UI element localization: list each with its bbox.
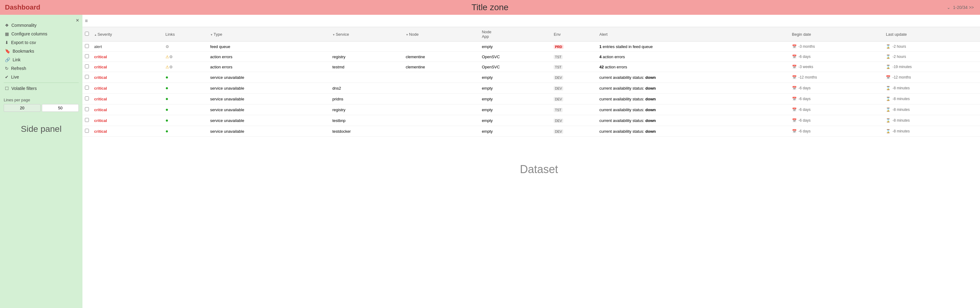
sidebar-item-configure-columns[interactable]: ▦ Configure columns bbox=[4, 30, 79, 38]
severity-sort[interactable]: Severity bbox=[94, 32, 112, 37]
node-filter[interactable]: Node bbox=[406, 32, 418, 37]
sidebar-item-live[interactable]: ✔ Live bbox=[4, 73, 79, 81]
service-filter[interactable]: Service bbox=[332, 32, 349, 37]
alert-cell: current availability status: down bbox=[597, 126, 789, 137]
sidebar-label-refresh: Refresh bbox=[11, 66, 26, 71]
green-dot-icon: ● bbox=[165, 118, 169, 123]
hourglass-icon: ⌛ bbox=[886, 118, 891, 123]
alert-cell: current availability status: down bbox=[597, 72, 789, 83]
type-cell: service unavailable bbox=[208, 126, 330, 137]
severity-cell[interactable]: critical bbox=[94, 118, 107, 123]
refresh-icon: ↻ bbox=[5, 66, 9, 71]
severity-cell[interactable]: critical bbox=[94, 97, 107, 101]
lines-20-button[interactable]: 20 bbox=[4, 104, 41, 112]
begin-date-cell: 📅 -6 days bbox=[790, 52, 884, 62]
sidebar-item-link[interactable]: 🔗 Link bbox=[4, 56, 79, 64]
type-filter[interactable]: Type bbox=[210, 32, 222, 37]
row-checkbox[interactable] bbox=[85, 96, 89, 101]
row-checkbox[interactable] bbox=[85, 129, 89, 133]
table-row: critical●service unavailabletestdockerem… bbox=[83, 126, 980, 137]
table-row: critical●service unavailabletestbnpempty… bbox=[83, 115, 980, 126]
sidebar-item-refresh[interactable]: ↻ Refresh bbox=[4, 64, 79, 73]
last-update-cell: ⌛ -8 minutes bbox=[883, 115, 980, 126]
col-service[interactable]: Service bbox=[330, 27, 403, 41]
header-pagination: ⌄ 1-20/34 >> bbox=[947, 5, 974, 10]
env-badge: DEV bbox=[554, 75, 563, 80]
links-cell: ⚠⚙ bbox=[163, 62, 208, 72]
row-checkbox[interactable] bbox=[85, 64, 89, 69]
green-dot-icon: ● bbox=[165, 75, 169, 80]
calendar-icon: 📅 bbox=[792, 97, 797, 101]
gear-icon[interactable]: ⚙ bbox=[169, 54, 173, 59]
sidebar-item-volatile-filters[interactable]: ☐ Volatile filters bbox=[4, 84, 79, 93]
sidebar-label-configure-columns: Configure columns bbox=[11, 32, 48, 36]
node-cell bbox=[403, 41, 479, 52]
row-checkbox[interactable] bbox=[85, 75, 89, 79]
sidebar-item-commonality[interactable]: ❖ Commonality bbox=[4, 21, 79, 30]
env-badge: TST bbox=[554, 108, 563, 112]
last-update-cell: ⌛ -2 hours bbox=[883, 41, 980, 52]
col-type[interactable]: Type bbox=[208, 27, 330, 41]
table-row: alert⚙feed queueemptyPRD1 entries stalle… bbox=[83, 41, 980, 52]
warning-icon[interactable]: ⚠ bbox=[165, 65, 169, 69]
env-badge: DEV bbox=[554, 86, 563, 91]
links-cell: ● bbox=[163, 83, 208, 94]
col-env: Env bbox=[551, 27, 597, 41]
hourglass-icon: ⌛ bbox=[886, 129, 891, 133]
diamond-icon: ❖ bbox=[5, 23, 9, 28]
severity-cell[interactable]: critical bbox=[94, 54, 107, 59]
sidebar-label-export-csv: Export to csv bbox=[11, 40, 36, 45]
severity-cell[interactable]: critical bbox=[94, 65, 107, 69]
sidebar-label-commonality: Commonality bbox=[11, 23, 37, 28]
warning-icon[interactable]: ⚠ bbox=[165, 54, 169, 59]
col-severity[interactable]: Severity bbox=[92, 27, 163, 41]
severity-cell[interactable]: critical bbox=[94, 86, 107, 91]
sidebar-item-bookmarks[interactable]: 🔖 Bookmarks bbox=[4, 47, 79, 56]
service-cell: dns2 bbox=[330, 83, 403, 94]
last-update-cell: ⌛ -8 minutes bbox=[883, 126, 980, 137]
last-update-cell: ⌛ -8 minutes bbox=[883, 94, 980, 104]
hamburger-icon[interactable]: ≡ bbox=[85, 18, 88, 24]
row-checkbox[interactable] bbox=[85, 54, 89, 58]
hourglass-icon: ⌛ bbox=[886, 86, 891, 90]
col-node-app: NodeApp bbox=[479, 27, 551, 41]
node-app-cell: empty bbox=[479, 126, 551, 137]
links-cell: ● bbox=[163, 115, 208, 126]
checkmark-icon: ✔ bbox=[5, 75, 9, 80]
lines-per-page-label: Lines per page bbox=[4, 97, 79, 102]
calendar-icon: 📅 bbox=[792, 54, 797, 59]
severity-cell[interactable]: critical bbox=[94, 107, 107, 112]
pagination-info: 1-20/34 >> bbox=[953, 5, 974, 10]
calendar-icon: 📅 bbox=[792, 44, 797, 49]
links-cell: ● bbox=[163, 72, 208, 83]
node-cell: clementine bbox=[403, 62, 479, 72]
type-cell: service unavailable bbox=[208, 104, 330, 115]
row-checkbox[interactable] bbox=[85, 107, 89, 111]
links-cell: ● bbox=[163, 94, 208, 104]
severity-cell[interactable]: critical bbox=[94, 129, 107, 134]
row-checkbox[interactable] bbox=[85, 86, 89, 89]
row-checkbox[interactable] bbox=[85, 118, 89, 122]
sidebar-close-button[interactable]: ✕ bbox=[76, 18, 80, 23]
calendar-icon: 📅 bbox=[792, 129, 797, 133]
calendar-icon: 📅 bbox=[792, 75, 797, 80]
node-app-cell: empty bbox=[479, 104, 551, 115]
gear-icon[interactable]: ⚙ bbox=[169, 65, 173, 69]
download-icon: ⬇ bbox=[5, 40, 9, 45]
env-badge: DEV bbox=[554, 97, 563, 101]
alert-cell: current availability status: down bbox=[597, 115, 789, 126]
severity-cell[interactable]: critical bbox=[94, 75, 107, 80]
green-dot-icon: ● bbox=[165, 85, 169, 91]
sidebar-item-export-csv[interactable]: ⬇ Export to csv bbox=[4, 38, 79, 47]
service-cell: registry bbox=[330, 52, 403, 62]
col-node[interactable]: Node bbox=[403, 27, 479, 41]
hourglass-icon: ⌛ bbox=[886, 107, 891, 112]
node-app-cell: empty bbox=[479, 83, 551, 94]
lines-50-button[interactable]: 50 bbox=[42, 104, 79, 112]
gear-icon[interactable]: ⚙ bbox=[165, 44, 169, 49]
alert-cell: 1 entries stalled in feed queue bbox=[597, 41, 789, 52]
select-all-checkbox[interactable] bbox=[85, 32, 89, 36]
row-checkbox[interactable] bbox=[85, 44, 89, 48]
table-header: Severity Links Type Service Node NodeApp bbox=[83, 27, 980, 41]
table-row: critical●service unavailablepridnsemptyD… bbox=[83, 94, 980, 104]
